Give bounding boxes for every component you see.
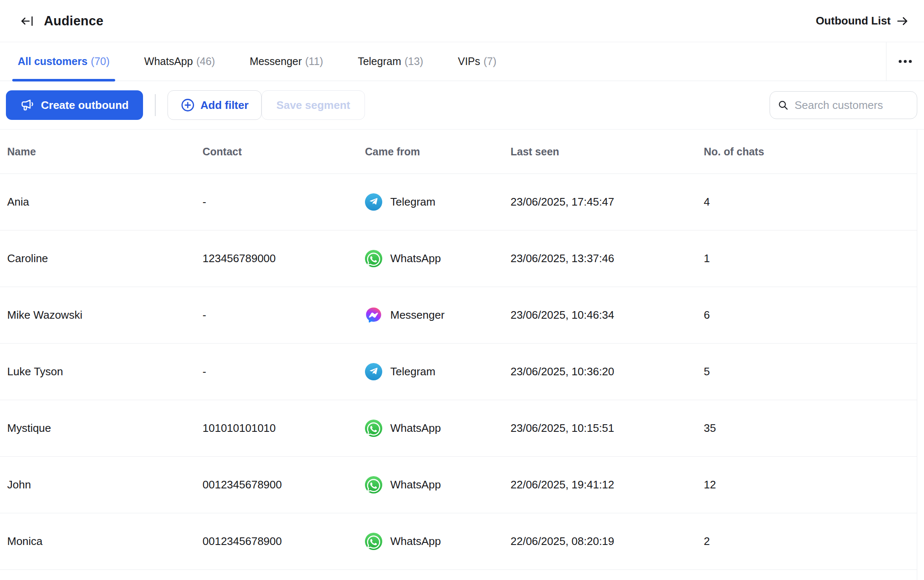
cell-name: Caroline: [7, 252, 203, 265]
create-outbound-label: Create outbound: [41, 99, 129, 112]
cell-came-from: WhatsApp: [365, 476, 511, 493]
megaphone-icon: [20, 98, 35, 113]
cell-last-seen: 23/06/2025, 13:37:46: [511, 252, 704, 265]
table-row[interactable]: Mystique 101010101010 WhatsApp 23/06/202…: [0, 400, 917, 457]
cell-no-of-chats: 6: [704, 309, 917, 322]
cell-no-of-chats: 5: [704, 365, 917, 378]
cell-name: Mystique: [7, 422, 203, 435]
telegram-icon: [365, 193, 382, 211]
tabs-more-area: [886, 42, 924, 81]
top-bar: Audience Outbound List: [0, 0, 924, 42]
tab-messenger[interactable]: Messenger (11): [244, 42, 329, 81]
table-header: Name Contact Came from Last seen No. of …: [0, 130, 917, 174]
outbound-list-label: Outbound List: [816, 14, 891, 27]
column-header-contact: Contact: [203, 146, 365, 158]
outbound-list-link[interactable]: Outbound List: [816, 14, 909, 28]
ellipsis-icon[interactable]: [894, 54, 916, 69]
cell-contact: 123456789000: [203, 252, 365, 265]
whatsapp-icon: [365, 250, 382, 267]
cell-no-of-chats: 4: [704, 195, 917, 209]
channel-label: WhatsApp: [390, 478, 441, 491]
table-row[interactable]: John 0012345678900 WhatsApp 22/06/2025, …: [0, 457, 917, 513]
plus-circle-icon: [181, 98, 195, 112]
search-input[interactable]: [794, 99, 909, 112]
cell-last-seen: 22/06/2025, 19:41:12: [511, 478, 704, 491]
column-header-last-seen: Last seen: [511, 146, 704, 158]
cell-name: John: [7, 478, 203, 491]
toolbar-divider: [155, 94, 156, 116]
audience-page: Audience Outbound List All customers (70…: [0, 0, 924, 580]
page-title: Audience: [44, 14, 103, 29]
messenger-icon: [365, 306, 382, 324]
telegram-icon: [365, 363, 382, 380]
cell-contact: 0012345678900: [203, 478, 365, 491]
cell-last-seen: 22/06/2025, 08:20:19: [511, 535, 704, 548]
cell-name: Mike Wazowski: [7, 309, 203, 322]
save-segment-label: Save segment: [276, 99, 350, 112]
channel-label: Messenger: [390, 309, 445, 322]
cell-name: Monica: [7, 535, 203, 548]
cell-contact: -: [203, 195, 365, 209]
search-box: [770, 91, 917, 119]
cell-contact: -: [203, 365, 365, 378]
cell-came-from: WhatsApp: [365, 533, 511, 550]
column-header-came-from: Came from: [365, 146, 511, 158]
back-button[interactable]: [16, 10, 38, 32]
cell-contact: -: [203, 309, 365, 322]
cell-name: Luke Tyson: [7, 365, 203, 378]
channel-label: WhatsApp: [390, 422, 441, 435]
cell-no-of-chats: 1: [704, 252, 917, 265]
cell-came-from: WhatsApp: [365, 250, 511, 267]
table-row[interactable]: Luke Tyson - Telegram 23/06/2025, 10:36:…: [0, 344, 917, 400]
channel-label: Telegram: [390, 365, 435, 378]
cell-last-seen: 23/06/2025, 10:46:34: [511, 309, 704, 322]
toolbar: Create outbound Add filter Save segment: [0, 81, 924, 130]
table-body: Ania - Telegram 23/06/2025, 17:45:47 4 C…: [0, 174, 917, 570]
whatsapp-icon: [365, 533, 382, 550]
channel-label: WhatsApp: [390, 252, 441, 265]
save-segment-button[interactable]: Save segment: [262, 90, 365, 120]
create-outbound-button[interactable]: Create outbound: [6, 90, 143, 120]
table-row[interactable]: Ania - Telegram 23/06/2025, 17:45:47 4: [0, 174, 917, 230]
whatsapp-icon: [365, 420, 382, 437]
customers-table: Name Contact Came from Last seen No. of …: [0, 130, 917, 580]
add-filter-button[interactable]: Add filter: [168, 90, 262, 120]
column-header-name: Name: [7, 146, 203, 158]
cell-came-from: Messenger: [365, 306, 511, 324]
cell-contact: 0012345678900: [203, 535, 365, 548]
cell-no-of-chats: 2: [704, 535, 917, 548]
table-row[interactable]: Monica 0012345678900 WhatsApp 22/06/2025…: [0, 513, 917, 570]
cell-came-from: WhatsApp: [365, 420, 511, 437]
tabs-bar: All customers (70) WhatsApp (46) Messeng…: [0, 42, 924, 81]
cell-name: Ania: [7, 195, 203, 209]
column-header-no-of-chats: No. of chats: [704, 146, 917, 158]
cell-contact: 101010101010: [203, 422, 365, 435]
table-row[interactable]: Caroline 123456789000 WhatsApp 23/06/202…: [0, 230, 917, 287]
cell-no-of-chats: 12: [704, 478, 917, 491]
table-row[interactable]: Mike Wazowski - Messenger 23/06/2025, 10…: [0, 287, 917, 344]
channel-label: Telegram: [390, 195, 435, 209]
channel-label: WhatsApp: [390, 535, 441, 548]
cell-last-seen: 23/06/2025, 10:36:20: [511, 365, 704, 378]
tab-telegram[interactable]: Telegram (13): [352, 42, 429, 81]
collapse-left-icon: [19, 13, 35, 30]
add-filter-label: Add filter: [200, 99, 249, 112]
arrow-right-icon: [896, 14, 909, 28]
cell-came-from: Telegram: [365, 193, 511, 211]
cell-no-of-chats: 35: [704, 422, 917, 435]
tabs: All customers (70) WhatsApp (46) Messeng…: [12, 42, 502, 81]
cell-last-seen: 23/06/2025, 17:45:47: [511, 195, 704, 209]
whatsapp-icon: [365, 476, 382, 493]
search-icon: [778, 99, 789, 111]
tab-whatsapp[interactable]: WhatsApp (46): [139, 42, 221, 81]
cell-last-seen: 23/06/2025, 10:15:51: [511, 422, 704, 435]
cell-came-from: Telegram: [365, 363, 511, 380]
tab-vips[interactable]: VIPs (7): [452, 42, 502, 81]
tab-all-customers[interactable]: All customers (70): [12, 42, 115, 81]
